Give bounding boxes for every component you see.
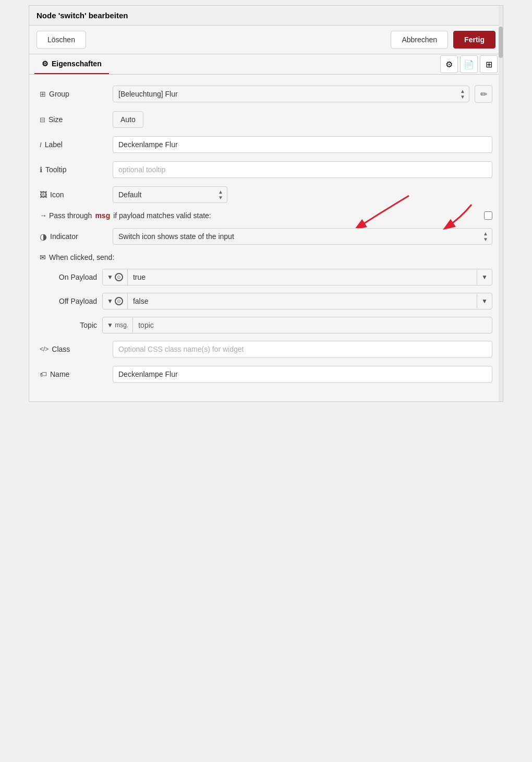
document-icon: 📄 (464, 59, 474, 69)
dropdown-arrow-icon-2: ▼ (107, 297, 113, 305)
off-payload-control: ▼ ⊙ ▼ (102, 293, 492, 309)
on-payload-row: On Payload ▼ ⊙ ▼ (40, 269, 492, 285)
tag-icon: 🏷 (40, 370, 47, 378)
group-row: ⊞ Group [Beleuchtung] Flur ▲ ▼ ✏ (40, 85, 492, 103)
name-label: 🏷 Name (40, 370, 107, 378)
cancel-button[interactable]: Abbrechen (391, 31, 448, 49)
topic-type-btn[interactable]: ▼ msg. (103, 318, 133, 332)
on-payload-input[interactable] (128, 269, 477, 285)
tab-properties[interactable]: ⚙ Eigenschaften (34, 54, 109, 74)
size-row: ⊟ Size Auto (40, 111, 492, 128)
topic-control: ▼ msg. topic (102, 317, 492, 334)
on-payload-control: ▼ ⊙ ▼ (102, 269, 492, 285)
pass-through-container: → Pass through msg if payload matches va… (40, 211, 492, 220)
off-payload-type-btn[interactable]: ▼ ⊙ (103, 293, 128, 309)
name-input[interactable] (113, 366, 492, 383)
size-auto-button[interactable]: Auto (113, 111, 143, 128)
label-row: I Label (40, 136, 492, 153)
indicator-icon: ◑ (40, 232, 47, 242)
image-icon: 🖼 (40, 190, 47, 199)
group-select[interactable]: [Beleuchtung] Flur (113, 86, 469, 102)
class-input[interactable] (113, 341, 492, 358)
on-payload-label: On Payload (40, 273, 97, 281)
pass-through-checkbox[interactable] (484, 211, 492, 220)
group-select-wrap: [Beleuchtung] Flur ▲ ▼ (113, 86, 469, 102)
class-label: </> Class (40, 345, 107, 353)
gear-icon: ⚙ (42, 59, 49, 68)
off-payload-input[interactable] (128, 293, 477, 309)
tooltip-input[interactable] (113, 161, 492, 178)
icon-row: 🖼 Icon Default ▲ ▼ (40, 186, 492, 203)
icon-select-wrap: Default ▲ ▼ (113, 186, 227, 203)
topic-label: Topic (40, 321, 97, 329)
icon-select[interactable]: Default (113, 186, 227, 203)
off-payload-row: Off Payload ▼ ⊙ ▼ (40, 293, 492, 309)
dropdown-arrow-icon: ▼ (107, 273, 113, 281)
name-row: 🏷 Name (40, 366, 492, 383)
circle-icon-2: ⊙ (115, 297, 123, 305)
size-label: ⊟ Size (40, 115, 107, 124)
pencil-icon: ✏ (480, 89, 487, 99)
toolbar: Löschen Abbrechen Fertig (29, 26, 503, 54)
info-icon: ℹ (40, 165, 42, 174)
pass-through-label: → Pass through msg if payload matches va… (40, 211, 480, 220)
indicator-select[interactable]: Switch icon shows state of the input (113, 228, 492, 245)
off-payload-end-arrow[interactable]: ▼ (477, 294, 492, 308)
group-icon: ⊞ (40, 90, 46, 98)
topic-value: topic (133, 317, 492, 333)
size-icon: ⊟ (40, 116, 45, 124)
tab-settings-icon-btn[interactable]: ⚙ (440, 55, 458, 73)
delete-button[interactable]: Löschen (37, 31, 86, 49)
tooltip-label: ℹ Tooltip (40, 165, 107, 174)
tab-properties-label: Eigenschaften (52, 59, 102, 68)
label-label: I Label (40, 140, 107, 149)
form-body: ⊞ Group [Beleuchtung] Flur ▲ ▼ ✏ ⊟ Size (29, 75, 503, 401)
group-label: ⊞ Group (40, 90, 107, 98)
topic-row: Topic ▼ msg. topic (40, 317, 492, 334)
when-clicked-label: ✉ When clicked, send: (40, 253, 492, 261)
label-input[interactable] (113, 136, 492, 153)
tabs-bar: ⚙ Eigenschaften ⚙ 📄 ⊞ (29, 54, 503, 75)
tab-doc-icon-btn[interactable]: 📄 (460, 55, 478, 73)
topic-dropdown-icon: ▼ msg. (107, 322, 128, 329)
code-icon: </> (40, 346, 49, 353)
pass-through-row: → Pass through msg if payload matches va… (40, 211, 492, 220)
off-payload-label: Off Payload (40, 297, 97, 305)
icon-label: 🖼 Icon (40, 190, 107, 199)
class-row: </> Class (40, 341, 492, 358)
indicator-label: ◑ Indicator (40, 232, 107, 242)
group-edit-button[interactable]: ✏ (475, 85, 492, 103)
envelope-icon: ✉ (40, 253, 46, 261)
on-payload-end-arrow[interactable]: ▼ (477, 270, 492, 284)
circle-icon: ⊙ (115, 273, 123, 281)
done-button[interactable]: Fertig (453, 31, 495, 49)
indicator-row: ◑ Indicator Switch icon shows state of t… (40, 228, 492, 245)
indicator-select-wrap: Switch icon shows state of the input ▲ ▼ (113, 228, 492, 245)
text-cursor-icon: I (40, 141, 42, 149)
panel-title: Node 'switch' bearbeiten (29, 6, 503, 26)
on-payload-type-btn[interactable]: ▼ ⊙ (103, 269, 128, 285)
tooltip-row: ℹ Tooltip (40, 161, 492, 178)
settings-icon: ⚙ (445, 59, 453, 69)
grid-icon: ⊞ (486, 59, 492, 69)
tab-grid-icon-btn[interactable]: ⊞ (480, 55, 498, 73)
